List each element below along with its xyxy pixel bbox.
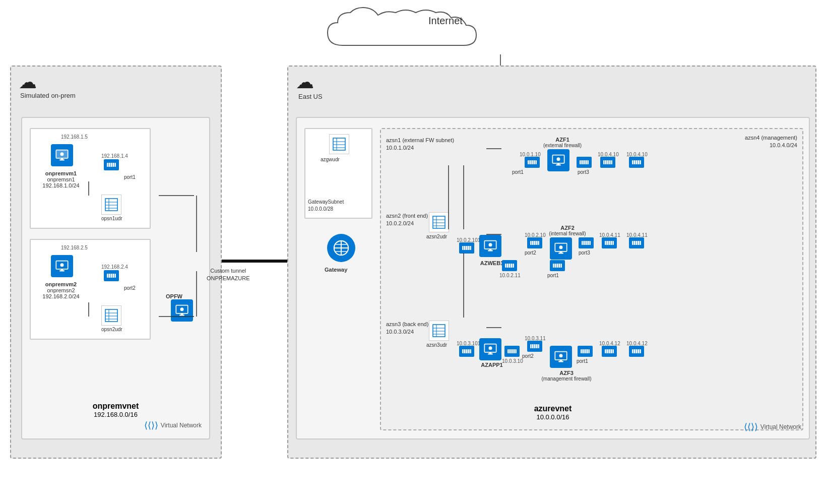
azsn2-label: azsn2 (front end) 10.0.2.0/24 (386, 212, 428, 228)
azure-inner-box: azsn1 (external FW subnet) 10.0.1.0/24 1… (380, 128, 803, 430)
onpremvm1-label: onpremvm1 onpremsn1 192.168.1.0/24 (41, 170, 81, 188)
azapp1-nic-left (459, 346, 474, 357)
svg-point-146 (559, 354, 563, 357)
svg-point-17 (60, 152, 64, 156)
onpremvnet-type: ⟨⟨⟩⟩ Virtual Network (144, 420, 202, 431)
opsn1udr-container: opsn1udr (101, 195, 122, 221)
azsn1-label: azsn1 (external FW subnet) 10.0.1.0/24 (386, 137, 454, 152)
azf1-mgmt-nic (629, 157, 644, 168)
azf2-mgmt-ip: 10.0.4.11 (626, 232, 648, 238)
azf2-ip-port2: 10.0.2.10 (525, 232, 546, 238)
azweb1-nic-left (459, 242, 474, 254)
azf3-ip-port1: 10.0.3.11 (525, 336, 546, 341)
azapp1-icon[interactable] (479, 338, 501, 360)
azsn2udr-label: azsn2udr (426, 234, 447, 239)
azf3-label: AZF3 (management firewall) (541, 370, 592, 382)
onpremvm2-nic (104, 270, 119, 281)
internet-label: Internet (428, 15, 463, 27)
opsn1udr-label: opsn1udr (101, 216, 122, 221)
svg-rect-34 (61, 269, 63, 270)
onprem-region-label: Simulated on-prem (20, 92, 76, 100)
onpremvm1-icon[interactable] (51, 144, 73, 166)
azapp1-ip-top: 10.0.3.101 (457, 341, 480, 346)
onpremvm2-icon[interactable] (51, 255, 73, 277)
svg-point-65 (557, 157, 560, 161)
svg-rect-133 (488, 353, 492, 354)
opsn2udr-icon (101, 305, 121, 326)
azf2-mgmt-nic (629, 237, 644, 248)
azweb1-icon[interactable] (479, 235, 501, 257)
svg-rect-19 (61, 158, 63, 159)
svg-rect-67 (557, 163, 560, 164)
azsn3udr-label: azsn3udr (426, 342, 447, 348)
azf2-port1-label: port1 (547, 273, 559, 278)
azf2-icon[interactable] (550, 237, 572, 260)
gatewaysubnet-label: GatewaySubnet 10.0.0.0/28 (308, 199, 344, 213)
opsn2udr-label: opsn2udr (101, 327, 122, 332)
svg-rect-121 (433, 325, 445, 337)
vm2-port: port2 (124, 285, 136, 291)
azf2-port2-label: port2 (525, 250, 536, 256)
vm2-ip-top: 192.168.2.5 (61, 245, 88, 250)
opfw-icon[interactable] (171, 299, 193, 322)
azweb1-nic-bottom (502, 260, 517, 271)
azf2-port3-label: port3 (579, 250, 590, 256)
onpremsn1-box: 192.168.1.5 onpremvm1 onpremsn1 192.168.… (30, 128, 151, 229)
svg-rect-104 (558, 253, 563, 254)
svg-rect-47 (179, 314, 184, 316)
vm1-ip-top: 192.168.1.5 (61, 134, 88, 140)
azf3-mgmt-ip: 10.0.4.12 (626, 341, 648, 346)
azgwudr-label: azgwudr (321, 157, 340, 162)
onpremsn2-box: 192.168.2.5 onpremvm2 onpremsn2 192.168.… (30, 239, 151, 340)
svg-rect-33 (59, 270, 64, 271)
vm2-nic-ip: 192.168.2.4 (101, 264, 128, 270)
azapp1-nic-right (504, 346, 520, 357)
azf2-nic-port2 (527, 237, 542, 248)
svg-point-46 (180, 307, 184, 311)
onpremvm1-nic (104, 159, 119, 170)
azweb1-ip-bottom: 10.0.2.11 (499, 273, 521, 278)
svg-rect-148 (560, 360, 562, 361)
azsn3udr-icon (429, 321, 449, 341)
eastus-cloud-icon: ☁ (296, 72, 314, 93)
azapp1-ip-bottom: 10.0.3.10 (502, 358, 523, 364)
diagram-container: Internet Public IP ☁ Simulated on-prem 1… (0, 0, 826, 504)
svg-rect-49 (333, 138, 345, 150)
azf1-port1-label: port1 (512, 169, 524, 175)
azf1-mgmt-ip: 10.0.4.10 (626, 152, 648, 157)
onprem-cloud-icon: ☁ (19, 72, 37, 93)
azf3-icon[interactable] (550, 346, 572, 368)
azf1-nic-port3 (577, 157, 592, 168)
svg-point-89 (489, 243, 492, 246)
azgwudr-icon (329, 134, 349, 154)
azf2-right-nic (602, 237, 617, 248)
azf2-nic-port3 (579, 237, 594, 248)
svg-rect-40 (105, 309, 117, 322)
eastus-region: ☁ East US azgwudr GatewaySubn (287, 66, 816, 459)
gatewaysubnet-box: azgwudr GatewaySubnet 10.0.0.0/28 (304, 128, 372, 219)
azf2-label: AZF2 (internal firewall) (545, 225, 590, 236)
svg-point-132 (489, 346, 492, 350)
azf1-nic-port1 (525, 157, 540, 168)
svg-rect-105 (560, 251, 562, 253)
svg-rect-78 (433, 216, 445, 228)
svg-rect-26 (105, 199, 117, 211)
azf3-nic-port1 (578, 346, 593, 357)
onpremvm2-label: onpremvm2 onpremsn2 192.168.2.0/24 (41, 281, 81, 299)
svg-rect-134 (489, 352, 492, 353)
svg-rect-90 (488, 250, 492, 251)
svg-rect-48 (181, 313, 183, 314)
azurevnet-type: ⟨⟨⟩⟩ Virtual Network (744, 421, 801, 432)
onprem-region: ☁ Simulated on-prem 192.168.1.5 onpremvm… (10, 66, 222, 459)
onpremvnet-box: 192.168.1.5 onpremvm1 onpremsn1 192.168.… (21, 117, 210, 439)
opsn1udr-icon (101, 195, 121, 215)
tunnel-label: Custom tunnel ONPREMAZURE (207, 267, 250, 283)
svg-rect-91 (489, 249, 492, 250)
azf3-port1-label: port1 (577, 358, 588, 364)
azweb1-ip-top: 10.0.2.101 (457, 237, 480, 243)
svg-rect-18 (59, 159, 64, 160)
gateway-icon[interactable] (327, 234, 355, 262)
vm1-nic-ip: 192.168.1.4 (101, 153, 128, 159)
svg-point-32 (60, 263, 64, 267)
azf1-icon[interactable] (547, 149, 569, 171)
